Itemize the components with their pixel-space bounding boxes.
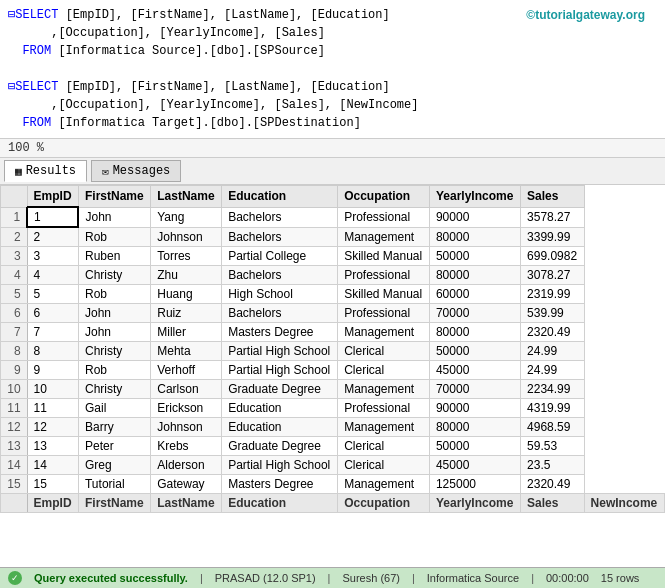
table-cell: John bbox=[78, 323, 150, 342]
row-number: 5 bbox=[1, 285, 28, 304]
table-row: 88ChristyMehtaPartial High SchoolClerica… bbox=[1, 342, 665, 361]
table-cell: 2234.99 bbox=[521, 380, 585, 399]
secondary-header-cell: Education bbox=[222, 494, 338, 513]
table-cell: Miller bbox=[151, 323, 222, 342]
table-cell: Bachelors bbox=[222, 266, 338, 285]
table-cell: 1 bbox=[27, 207, 78, 227]
status-server: PRASAD (12.0 SP1) bbox=[215, 572, 316, 584]
row-number: 1 bbox=[1, 207, 28, 227]
status-database: Informatica Source bbox=[427, 572, 519, 584]
table-cell: 80000 bbox=[429, 323, 520, 342]
table-cell: 539.99 bbox=[521, 304, 585, 323]
table-cell: Bachelors bbox=[222, 304, 338, 323]
table-cell: 13 bbox=[27, 437, 78, 456]
main-container: ⊟SELECT [EmpID], [FirstName], [LastName]… bbox=[0, 0, 665, 588]
table-cell: 125000 bbox=[429, 475, 520, 494]
table-cell: Masters Degree bbox=[222, 475, 338, 494]
row-number: 15 bbox=[1, 475, 28, 494]
table-cell: 9 bbox=[27, 361, 78, 380]
table-cell: Rob bbox=[78, 285, 150, 304]
row-number: 14 bbox=[1, 456, 28, 475]
table-cell: 11 bbox=[27, 399, 78, 418]
table-row: 99RobVerhoffPartial High SchoolClerical4… bbox=[1, 361, 665, 380]
table-cell: Johnson bbox=[151, 227, 222, 247]
table-cell: Gateway bbox=[151, 475, 222, 494]
table-cell: Christy bbox=[78, 380, 150, 399]
table-cell: Masters Degree bbox=[222, 323, 338, 342]
table-cell: Professional bbox=[338, 266, 430, 285]
table-row: 77JohnMillerMasters DegreeManagement8000… bbox=[1, 323, 665, 342]
table-cell: Mehta bbox=[151, 342, 222, 361]
table-row: 55RobHuangHigh SchoolSkilled Manual60000… bbox=[1, 285, 665, 304]
table-cell: 70000 bbox=[429, 380, 520, 399]
table-cell: 24.99 bbox=[521, 361, 585, 380]
col-header-yearlyincome: YearlyIncome bbox=[429, 186, 520, 208]
table-cell: Management bbox=[338, 418, 430, 437]
tab-results-label: Results bbox=[26, 164, 76, 178]
table-cell: 59.53 bbox=[521, 437, 585, 456]
table-cell: 45000 bbox=[429, 361, 520, 380]
status-bar: ✓ Query executed successfully. | PRASAD … bbox=[0, 567, 665, 588]
status-message: Query executed successfully. bbox=[34, 572, 188, 584]
table-cell: Management bbox=[338, 323, 430, 342]
table-cell: 50000 bbox=[429, 437, 520, 456]
tabs-bar: ▦ Results ✉ Messages bbox=[0, 158, 665, 185]
results-table-wrapper[interactable]: EmpID FirstName LastName Education Occup… bbox=[0, 185, 665, 567]
grid-icon: ▦ bbox=[15, 165, 22, 178]
table-cell: 3399.99 bbox=[521, 227, 585, 247]
table-cell: 6 bbox=[27, 304, 78, 323]
col-header-empid: EmpID bbox=[27, 186, 78, 208]
tab-messages-label: Messages bbox=[113, 164, 171, 178]
results-table: EmpID FirstName LastName Education Occup… bbox=[0, 185, 665, 513]
table-cell: Verhoff bbox=[151, 361, 222, 380]
secondary-header-cell: Sales bbox=[521, 494, 585, 513]
table-row: 22RobJohnsonBachelorsManagement800003399… bbox=[1, 227, 665, 247]
table-cell: Barry bbox=[78, 418, 150, 437]
table-row: 1515TutorialGatewayMasters DegreeManagem… bbox=[1, 475, 665, 494]
table-cell: Graduate Degree bbox=[222, 437, 338, 456]
success-icon: ✓ bbox=[8, 571, 22, 585]
table-row: 1111GailEricksonEducationProfessional900… bbox=[1, 399, 665, 418]
table-cell: John bbox=[78, 207, 150, 227]
table-cell: Yang bbox=[151, 207, 222, 227]
table-row: 33RubenTorresPartial CollegeSkilled Manu… bbox=[1, 247, 665, 266]
secondary-header-row: EmpIDFirstNameLastNameEducationOccupatio… bbox=[1, 494, 665, 513]
secondary-header-cell: FirstName bbox=[78, 494, 150, 513]
table-cell: Clerical bbox=[338, 361, 430, 380]
sql-editor[interactable]: ⊟SELECT [EmpID], [FirstName], [LastName]… bbox=[0, 0, 665, 139]
sql-code: ⊟SELECT [EmpID], [FirstName], [LastName]… bbox=[8, 6, 657, 132]
table-cell: 23.5 bbox=[521, 456, 585, 475]
table-cell: 2320.49 bbox=[521, 475, 585, 494]
row-number: 7 bbox=[1, 323, 28, 342]
table-cell: Ruiz bbox=[151, 304, 222, 323]
table-cell: 12 bbox=[27, 418, 78, 437]
table-cell: 90000 bbox=[429, 207, 520, 227]
table-cell: 8 bbox=[27, 342, 78, 361]
table-cell: Ruben bbox=[78, 247, 150, 266]
table-cell: Management bbox=[338, 380, 430, 399]
table-cell: Clerical bbox=[338, 456, 430, 475]
tab-messages[interactable]: ✉ Messages bbox=[91, 160, 181, 182]
table-cell: 80000 bbox=[429, 227, 520, 247]
table-cell: Christy bbox=[78, 342, 150, 361]
row-number: 6 bbox=[1, 304, 28, 323]
tab-results[interactable]: ▦ Results bbox=[4, 160, 87, 182]
secondary-header-rownum bbox=[1, 494, 28, 513]
table-cell: 15 bbox=[27, 475, 78, 494]
table-cell: 80000 bbox=[429, 418, 520, 437]
table-cell: 4 bbox=[27, 266, 78, 285]
table-row: 1212BarryJohnsonEducationManagement80000… bbox=[1, 418, 665, 437]
table-cell: Tutorial bbox=[78, 475, 150, 494]
table-cell: 7 bbox=[27, 323, 78, 342]
secondary-header-cell: Occupation bbox=[338, 494, 430, 513]
row-number: 3 bbox=[1, 247, 28, 266]
table-cell: Erickson bbox=[151, 399, 222, 418]
table-cell: Alderson bbox=[151, 456, 222, 475]
table-cell: Rob bbox=[78, 227, 150, 247]
table-cell: Partial High School bbox=[222, 342, 338, 361]
watermark: ©tutorialgateway.org bbox=[526, 8, 645, 22]
status-time: 00:00:00 bbox=[546, 572, 589, 584]
col-header-lastname: LastName bbox=[151, 186, 222, 208]
table-cell: 50000 bbox=[429, 342, 520, 361]
table-cell: 24.99 bbox=[521, 342, 585, 361]
